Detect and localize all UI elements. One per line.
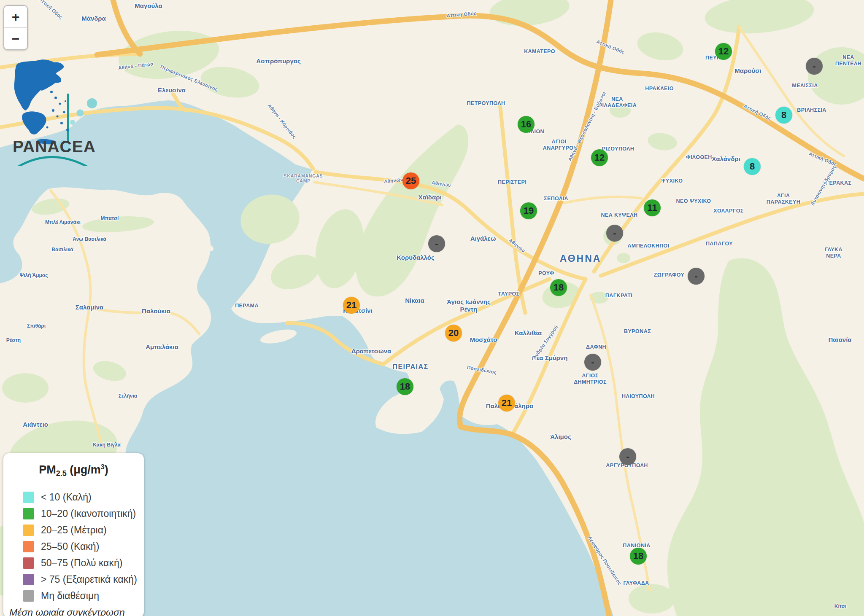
- station-marker[interactable]: 16: [518, 116, 535, 133]
- legend-item: 20–25 (Μέτρια): [3, 522, 144, 538]
- zoom-out-button[interactable]: −: [4, 28, 27, 49]
- station-marker[interactable]: 18: [397, 378, 413, 395]
- legend-swatch: [23, 492, 34, 503]
- zoom-control: + −: [3, 5, 28, 50]
- legend-item: < 10 (Καλή): [3, 489, 144, 506]
- station-marker[interactable]: -: [428, 235, 445, 252]
- legend-label: < 10 (Καλή): [41, 492, 92, 503]
- legend-label: > 75 (Εξαιρετικά κακή): [41, 574, 137, 585]
- legend-swatch: [23, 508, 34, 519]
- station-marker[interactable]: 20: [445, 325, 462, 342]
- map-canvas[interactable]: ΜαγούλαΜάνδραΑσπρόπυργοςΕλευσίναSKARAMAN…: [0, 0, 864, 616]
- legend-item: 50–75 (Πολύ κακή): [3, 555, 144, 571]
- station-marker[interactable]: -: [584, 354, 601, 371]
- station-marker[interactable]: -: [619, 448, 636, 465]
- legend-swatch: [23, 557, 34, 569]
- station-marker[interactable]: 8: [775, 107, 792, 124]
- legend-item: 10–20 (Ικανοποιητική): [3, 506, 144, 522]
- legend-label: 10–20 (Ικανοποιητική): [41, 508, 136, 519]
- legend-item: > 75 (Εξαιρετικά κακή): [3, 571, 144, 588]
- station-marker[interactable]: 11: [644, 199, 661, 216]
- station-marker[interactable]: 12: [715, 43, 732, 60]
- legend-swatch: [23, 574, 34, 585]
- station-marker[interactable]: -: [606, 225, 623, 242]
- legend-swatch: [23, 541, 34, 552]
- station-marker[interactable]: -: [806, 58, 823, 75]
- legend-panel: PM2.5 (μg/m3) < 10 (Καλή)10–20 (Ικανοποι…: [3, 453, 144, 616]
- station-marker[interactable]: 8: [744, 158, 761, 175]
- legend-label: 25–50 (Κακή): [41, 541, 99, 552]
- legend-swatch: [23, 525, 34, 536]
- station-marker[interactable]: 25: [402, 172, 419, 189]
- legend-items: < 10 (Καλή)10–20 (Ικανοποιητική)20–25 (Μ…: [3, 489, 144, 604]
- station-marker[interactable]: -: [688, 268, 705, 285]
- station-marker[interactable]: 19: [520, 202, 537, 219]
- legend-label: Μη διαθέσιμη: [41, 590, 99, 602]
- station-marker[interactable]: 21: [343, 297, 360, 314]
- legend-item: Μη διαθέσιμη: [3, 588, 144, 604]
- station-marker[interactable]: 18: [550, 279, 567, 296]
- legend-footnote: Μέση ωριαία συγκέντρωση: [9, 607, 144, 616]
- legend-title: PM2.5 (μg/m3): [3, 463, 144, 478]
- legend-label: 50–75 (Πολύ κακή): [41, 557, 122, 569]
- legend-swatch: [23, 590, 34, 602]
- station-marker[interactable]: 12: [591, 149, 608, 166]
- station-marker[interactable]: 21: [498, 395, 515, 412]
- station-marker[interactable]: 18: [630, 548, 647, 565]
- legend-label: 20–25 (Μέτρια): [41, 525, 107, 536]
- legend-item: 25–50 (Κακή): [3, 538, 144, 555]
- zoom-in-button[interactable]: +: [4, 6, 27, 27]
